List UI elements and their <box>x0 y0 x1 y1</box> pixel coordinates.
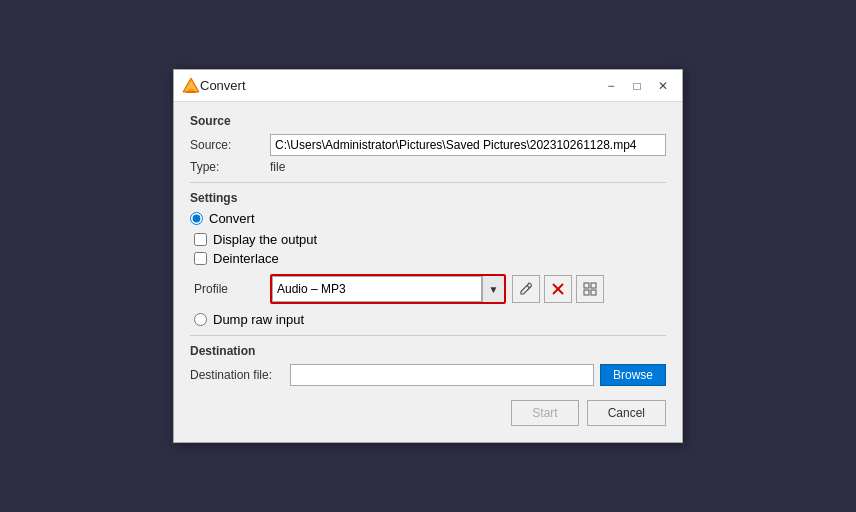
source-section: Source Source: Type: file <box>190 114 666 174</box>
profile-actions <box>512 275 604 303</box>
svg-rect-7 <box>584 283 589 288</box>
type-row: Type: file <box>190 160 666 174</box>
convert-dialog: Convert − □ ✕ Source Source: Type: file <box>173 69 683 443</box>
dump-raw-row: Dump raw input <box>194 312 666 327</box>
convert-radio[interactable] <box>190 212 203 225</box>
edit-profile-button[interactable] <box>512 275 540 303</box>
destination-file-row: Destination file: Browse <box>190 364 666 386</box>
dump-radio[interactable] <box>194 313 207 326</box>
browse-button[interactable]: Browse <box>600 364 666 386</box>
convert-radio-row: Convert <box>190 211 666 226</box>
profile-row: Profile Audio – MP3 Video – H.264 + MP3 … <box>194 274 666 304</box>
display-output-checkbox[interactable] <box>194 233 207 246</box>
source-input[interactable] <box>270 134 666 156</box>
cancel-button[interactable]: Cancel <box>587 400 666 426</box>
dump-radio-label[interactable]: Dump raw input <box>213 312 304 327</box>
source-label: Source: <box>190 138 270 152</box>
start-button[interactable]: Start <box>511 400 578 426</box>
settings-section-label: Settings <box>190 191 666 205</box>
maximize-button[interactable]: □ <box>626 75 648 97</box>
svg-rect-8 <box>591 283 596 288</box>
minimize-button[interactable]: − <box>600 75 622 97</box>
divider-2 <box>190 335 666 336</box>
wrench-icon <box>519 282 533 296</box>
vlc-icon <box>182 77 200 95</box>
window-title: Convert <box>200 78 600 93</box>
divider-1 <box>190 182 666 183</box>
footer-buttons: Start Cancel <box>190 400 666 426</box>
window-content: Source Source: Type: file Settings Conve… <box>174 102 682 442</box>
destination-section: Destination Destination file: Browse <box>190 344 666 386</box>
svg-rect-3 <box>186 91 196 93</box>
svg-rect-10 <box>591 290 596 295</box>
delete-icon <box>551 282 565 296</box>
display-output-row: Display the output <box>194 232 666 247</box>
type-value: file <box>270 160 285 174</box>
convert-radio-label[interactable]: Convert <box>209 211 255 226</box>
dropdown-arrow-button[interactable]: ▼ <box>482 276 504 302</box>
settings-section: Settings Convert Display the output Dein… <box>190 191 666 327</box>
type-label: Type: <box>190 160 270 174</box>
display-output-label[interactable]: Display the output <box>213 232 317 247</box>
destination-file-input[interactable] <box>290 364 594 386</box>
svg-rect-9 <box>584 290 589 295</box>
deinterlace-label[interactable]: Deinterlace <box>213 251 279 266</box>
close-button[interactable]: ✕ <box>652 75 674 97</box>
profile-dropdown-wrapper: Audio – MP3 Video – H.264 + MP3 (MP4) Vi… <box>270 274 506 304</box>
profile-dropdown[interactable]: Audio – MP3 Video – H.264 + MP3 (MP4) Vi… <box>272 276 482 302</box>
source-section-label: Source <box>190 114 666 128</box>
dest-file-label: Destination file: <box>190 368 290 382</box>
delete-profile-button[interactable] <box>544 275 572 303</box>
deinterlace-row: Deinterlace <box>194 251 666 266</box>
grid-icon <box>583 282 597 296</box>
window-controls: − □ ✕ <box>600 75 674 97</box>
title-bar: Convert − □ ✕ <box>174 70 682 102</box>
source-row: Source: <box>190 134 666 156</box>
svg-line-4 <box>527 286 530 289</box>
profile-label: Profile <box>194 282 270 296</box>
new-profile-button[interactable] <box>576 275 604 303</box>
desktop: Convert − □ ✕ Source Source: Type: file <box>0 0 856 512</box>
deinterlace-checkbox[interactable] <box>194 252 207 265</box>
destination-section-label: Destination <box>190 344 666 358</box>
